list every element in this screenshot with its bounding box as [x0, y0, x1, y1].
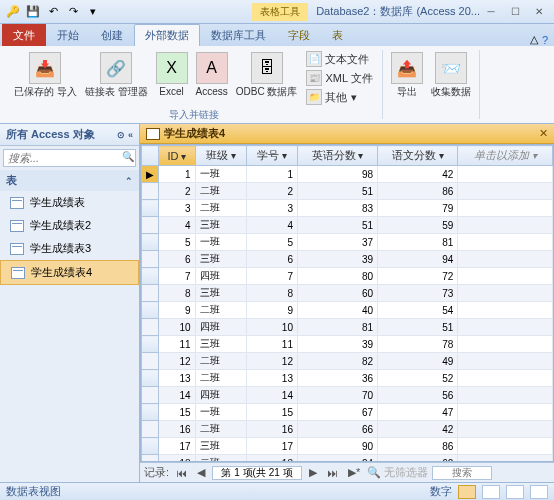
cell-class[interactable]: 四班 — [195, 268, 246, 285]
cell-eng[interactable]: 66 — [297, 421, 377, 438]
col-add[interactable]: 单击以添加 ▾ — [458, 146, 553, 166]
cell-class[interactable]: 三班 — [195, 336, 246, 353]
cell-class[interactable]: 二班 — [195, 421, 246, 438]
nav-search-input[interactable] — [3, 149, 136, 167]
cell-class[interactable]: 一班 — [195, 404, 246, 421]
select-all-corner[interactable] — [142, 146, 159, 166]
cell-class[interactable]: 二班 — [195, 353, 246, 370]
recnav-first-icon[interactable]: ⏮ — [173, 467, 190, 479]
cell-sno[interactable]: 8 — [246, 285, 297, 302]
cell-sno[interactable]: 14 — [246, 387, 297, 404]
cell-empty[interactable] — [458, 183, 553, 200]
cell-sno[interactable]: 12 — [246, 353, 297, 370]
cell-empty[interactable] — [458, 353, 553, 370]
row-selector[interactable] — [142, 387, 159, 404]
cell-chn[interactable]: 56 — [378, 387, 458, 404]
recnav-search-input[interactable] — [432, 466, 492, 480]
cell-chn[interactable]: 59 — [378, 217, 458, 234]
cell-id[interactable]: 13 — [159, 370, 196, 387]
import-other-button[interactable]: 📁其他 ▾ — [303, 88, 375, 106]
cell-class[interactable]: 三班 — [195, 438, 246, 455]
row-selector[interactable] — [142, 285, 159, 302]
cell-sno[interactable]: 9 — [246, 302, 297, 319]
cell-sno[interactable]: 6 — [246, 251, 297, 268]
recnav-last-icon[interactable]: ⏭ — [324, 467, 341, 479]
import-xml-button[interactable]: 📰XML 文件 — [303, 69, 375, 87]
cell-class[interactable]: 三班 — [195, 285, 246, 302]
row-selector[interactable]: ▶ — [142, 166, 159, 183]
cell-chn[interactable]: 49 — [378, 353, 458, 370]
data-grid[interactable]: ID ▾ 班级 ▾ 学号 ▾ 英语分数 ▾ 语文分数 ▾ 单击以添加 ▾ ▶1一… — [140, 144, 554, 462]
cell-id[interactable]: 2 — [159, 183, 196, 200]
cell-id[interactable]: 3 — [159, 200, 196, 217]
table-row[interactable]: 3二班38379 — [142, 200, 553, 217]
cell-sno[interactable]: 18 — [246, 455, 297, 463]
search-icon[interactable]: 🔍 — [122, 151, 134, 162]
row-selector[interactable] — [142, 302, 159, 319]
cell-eng[interactable]: 51 — [297, 217, 377, 234]
help-icon[interactable]: ? — [542, 34, 548, 46]
table-row[interactable]: 12二班128249 — [142, 353, 553, 370]
table-row[interactable]: 13二班133652 — [142, 370, 553, 387]
cell-id[interactable]: 9 — [159, 302, 196, 319]
cell-eng[interactable]: 82 — [297, 353, 377, 370]
cell-sno[interactable]: 10 — [246, 319, 297, 336]
tab-home[interactable]: 开始 — [46, 24, 90, 46]
cell-eng[interactable]: 39 — [297, 336, 377, 353]
cell-id[interactable]: 7 — [159, 268, 196, 285]
cell-class[interactable]: 四班 — [195, 319, 246, 336]
tab-db-tools[interactable]: 数据库工具 — [200, 24, 277, 46]
cell-id[interactable]: 12 — [159, 353, 196, 370]
table-row[interactable]: ▶1一班19842 — [142, 166, 553, 183]
tab-external-data[interactable]: 外部数据 — [134, 24, 200, 46]
export-button[interactable]: 📤导出 — [389, 50, 425, 99]
view-sql-icon[interactable] — [506, 485, 524, 499]
row-selector[interactable] — [142, 200, 159, 217]
table-row[interactable]: 4三班45159 — [142, 217, 553, 234]
table-row[interactable]: 5一班53781 — [142, 234, 553, 251]
row-selector[interactable] — [142, 336, 159, 353]
table-row[interactable]: 18二班182460 — [142, 455, 553, 463]
table-row[interactable]: 6三班63994 — [142, 251, 553, 268]
cell-sno[interactable]: 4 — [246, 217, 297, 234]
close-icon[interactable]: ✕ — [528, 4, 550, 20]
tab-fields[interactable]: 字段 — [277, 24, 321, 46]
cell-id[interactable]: 8 — [159, 285, 196, 302]
cell-empty[interactable] — [458, 421, 553, 438]
row-selector[interactable] — [142, 438, 159, 455]
cell-eng[interactable]: 67 — [297, 404, 377, 421]
row-selector[interactable] — [142, 404, 159, 421]
cell-id[interactable]: 1 — [159, 166, 196, 183]
cell-eng[interactable]: 24 — [297, 455, 377, 463]
col-sno[interactable]: 学号 ▾ — [246, 146, 297, 166]
cell-empty[interactable] — [458, 251, 553, 268]
redo-icon[interactable]: ↷ — [64, 3, 82, 21]
row-selector[interactable] — [142, 319, 159, 336]
cell-empty[interactable] — [458, 438, 553, 455]
cell-sno[interactable]: 5 — [246, 234, 297, 251]
minimize-icon[interactable]: ─ — [480, 4, 502, 20]
collect-data-button[interactable]: 📨收集数据 — [429, 50, 473, 99]
cell-sno[interactable]: 3 — [246, 200, 297, 217]
cell-empty[interactable] — [458, 319, 553, 336]
col-chn[interactable]: 语文分数 ▾ — [378, 146, 458, 166]
table-row[interactable]: 14四班147056 — [142, 387, 553, 404]
table-row[interactable]: 11三班113978 — [142, 336, 553, 353]
cell-id[interactable]: 10 — [159, 319, 196, 336]
nav-dropdown-icon[interactable]: ⊙ « — [117, 130, 133, 140]
cell-id[interactable]: 6 — [159, 251, 196, 268]
row-selector[interactable] — [142, 234, 159, 251]
cell-eng[interactable]: 51 — [297, 183, 377, 200]
table-row[interactable]: 2二班25186 — [142, 183, 553, 200]
cell-id[interactable]: 15 — [159, 404, 196, 421]
cell-class[interactable]: 三班 — [195, 251, 246, 268]
table-row[interactable]: 15一班156747 — [142, 404, 553, 421]
cell-class[interactable]: 四班 — [195, 387, 246, 404]
col-eng[interactable]: 英语分数 ▾ — [297, 146, 377, 166]
view-form-icon[interactable] — [530, 485, 548, 499]
import-excel-button[interactable]: XExcel — [154, 50, 190, 99]
cell-eng[interactable]: 70 — [297, 387, 377, 404]
nav-header[interactable]: 所有 Access 对象⊙ « — [0, 124, 139, 146]
cell-sno[interactable]: 2 — [246, 183, 297, 200]
cell-chn[interactable]: 72 — [378, 268, 458, 285]
